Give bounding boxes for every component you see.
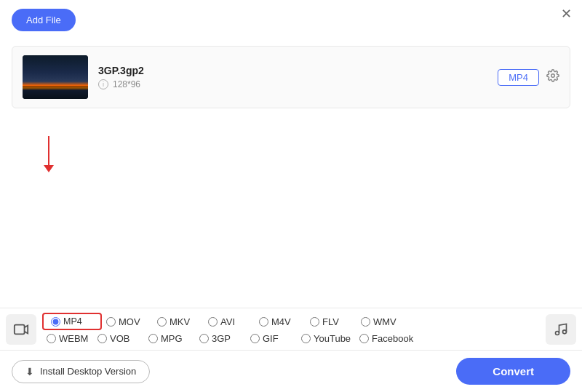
radio-mp4[interactable]: MP4: [47, 315, 97, 328]
format-row-1: MP4 MOV MKV AVI M4V: [42, 313, 540, 330]
bottom-panel: MP4 MOV MKV AVI M4V: [0, 308, 582, 392]
radio-mov[interactable]: MOV: [102, 315, 153, 329]
radio-facebook[interactable]: Facebook: [355, 332, 418, 345]
radio-label-vob: VOB: [110, 333, 129, 344]
action-bar: ⬇ Install Desktop Version Convert: [0, 351, 582, 392]
radio-label-mp4: MP4: [63, 316, 82, 327]
radio-label-m4v: M4V: [271, 316, 291, 327]
file-list: 3GP.3gp2 i 128*96 MP4: [12, 46, 570, 108]
file-actions: MP4: [498, 69, 559, 86]
convert-button[interactable]: Convert: [456, 358, 570, 385]
format-options: MP4 MOV MKV AVI M4V: [42, 313, 540, 345]
top-bar: Add File: [0, 0, 582, 40]
settings-button[interactable]: [546, 69, 559, 85]
radio-webm[interactable]: WEBM: [42, 332, 93, 345]
radio-label-mpg: MPG: [161, 333, 183, 344]
file-meta: i 128*96: [98, 79, 487, 89]
video-format-tab[interactable]: [6, 314, 36, 345]
format-row-2: WEBM VOB MPG 3GP GIF: [42, 332, 540, 345]
radio-label-facebook: Facebook: [372, 333, 413, 344]
radio-input-flv[interactable]: [310, 317, 319, 327]
radio-vob[interactable]: VOB: [93, 332, 144, 345]
svg-point-2: [556, 331, 559, 335]
radio-input-mpg[interactable]: [148, 334, 158, 343]
radio-input-avi[interactable]: [208, 317, 218, 327]
radio-flv[interactable]: FLV: [306, 315, 356, 329]
radio-input-m4v[interactable]: [259, 317, 268, 327]
radio-input-mkv[interactable]: [157, 317, 167, 327]
radio-label-avi: AVI: [220, 316, 235, 327]
radio-gif[interactable]: GIF: [246, 332, 297, 345]
install-desktop-button[interactable]: ⬇ Install Desktop Version: [12, 360, 150, 383]
radio-avi[interactable]: AVI: [204, 315, 255, 329]
radio-label-3gp: 3GP: [212, 333, 231, 344]
radio-input-webm[interactable]: [47, 334, 56, 343]
info-icon: i: [98, 79, 108, 89]
radio-label-gif: GIF: [263, 333, 279, 344]
radio-3gp[interactable]: 3GP: [195, 332, 246, 345]
radio-mpg[interactable]: MPG: [144, 332, 195, 345]
audio-format-tab[interactable]: [546, 314, 576, 345]
radio-m4v[interactable]: M4V: [255, 315, 306, 329]
install-button-label: Install Desktop Version: [40, 366, 136, 377]
mp4-selected-box: MP4: [42, 313, 102, 330]
radio-label-mkv: MKV: [170, 316, 190, 327]
radio-input-wmv[interactable]: [361, 317, 370, 327]
svg-point-3: [563, 329, 567, 333]
radio-input-mp4[interactable]: [51, 317, 60, 327]
radio-label-mov: MOV: [119, 316, 140, 327]
radio-input-gif[interactable]: [250, 334, 260, 343]
radio-wmv[interactable]: WMV: [356, 315, 407, 329]
radio-label-youtube: YouTube: [314, 333, 351, 344]
file-info: 3GP.3gp2 i 128*96: [98, 65, 487, 89]
radio-label-wmv: WMV: [373, 316, 396, 327]
format-badge-button[interactable]: MP4: [498, 69, 539, 86]
file-item: 3GP.3gp2 i 128*96 MP4: [12, 47, 570, 108]
close-button[interactable]: ✕: [561, 7, 572, 20]
format-bar: MP4 MOV MKV AVI M4V: [0, 308, 582, 351]
radio-youtube[interactable]: YouTube: [297, 332, 355, 345]
radio-mkv[interactable]: MKV: [153, 315, 204, 329]
radio-input-vob[interactable]: [97, 334, 107, 343]
radio-input-facebook[interactable]: [359, 334, 369, 343]
file-resolution: 128*96: [113, 79, 140, 89]
download-icon: ⬇: [25, 366, 34, 377]
radio-input-youtube[interactable]: [301, 334, 311, 343]
radio-label-webm: WEBM: [59, 333, 88, 344]
radio-input-mov[interactable]: [106, 317, 116, 327]
radio-input-3gp[interactable]: [199, 334, 209, 343]
file-name: 3GP.3gp2: [98, 65, 487, 76]
add-file-button[interactable]: Add File: [12, 9, 76, 31]
svg-rect-1: [15, 324, 25, 334]
radio-label-flv: FLV: [322, 316, 339, 327]
arrow-down-indicator: [44, 136, 54, 172]
svg-point-0: [551, 74, 555, 78]
file-thumbnail: [23, 55, 88, 99]
arrow-area: [0, 114, 582, 172]
